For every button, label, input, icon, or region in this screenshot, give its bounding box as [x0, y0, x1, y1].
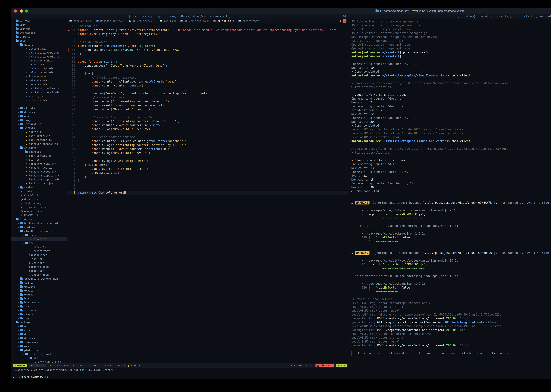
code-line[interactable]: ▎36 process.env.RIVETKIT_ENDPOINT ?? "ht… [67, 48, 348, 52]
tree-item[interactable]: ◆copy-command.jsx [11, 154, 67, 158]
tree-item[interactable]: ≡external-sql.mdx [11, 67, 67, 70]
tree-item[interactable]: ▸hono [11, 297, 67, 301]
tree-item[interactable]: ▸starter [11, 312, 67, 316]
tree-item[interactable]: •.bump [11, 189, 67, 194]
tree-item[interactable]: ▸express [11, 293, 67, 297]
tree-item[interactable]: ≡quickstart-react.mdx [11, 90, 67, 94]
tab-registry-ts[interactable]: TSregistry.ts× [236, 19, 265, 23]
tree-item[interactable]: ≡events.mdx [11, 63, 67, 67]
tree-item[interactable]: ◆registry.ts [11, 249, 67, 253]
code-line[interactable]: 33async function main() { [67, 60, 348, 64]
code-line[interactable]: 1 [67, 187, 348, 191]
tree-item[interactable]: ≡overview.mdx [11, 82, 67, 86]
tree-item[interactable]: ▾src [11, 356, 67, 360]
close-tab-icon[interactable]: × [174, 19, 176, 22]
tree-item[interactable]: ≡quickstart-backend.m [11, 86, 67, 90]
tab-driver-test-s-[interactable]: TSdriver-test-s…× [178, 19, 211, 23]
tree-item[interactable]: ≡metadata.mdx [11, 78, 67, 82]
tree-item[interactable]: ◆cta.jsx [11, 158, 67, 162]
tree-item[interactable]: ▸actor [11, 324, 67, 328]
close-tab-icon[interactable]: × [90, 19, 92, 22]
tree-item[interactable]: ▸.github [11, 27, 67, 31]
tree-item[interactable]: ◆landing-tech.jsx [11, 182, 67, 186]
code-line[interactable]: 31 [67, 68, 348, 72]
tree-item[interactable]: ≡helper-types.mdx [11, 70, 67, 75]
code-line[interactable]: 18 console.log("Incrementing counter 'de… [67, 119, 348, 123]
code-line[interactable]: 39 [67, 36, 348, 40]
tree-item[interactable]: ≡landing-snippets.mdx [11, 178, 67, 182]
code-line[interactable]: 9 [67, 155, 348, 159]
tab-driver-tests-[interactable]: driver-tests…× [127, 19, 157, 23]
code-line[interactable]: 38// Create RivetKit client [67, 40, 348, 44]
tree-item[interactable]: ≡state.mdx [11, 102, 67, 106]
tmux-window-indicator-left[interactable]: №1 [343, 15, 346, 18]
tree-item[interactable]: ≡CLAUDE.md [11, 194, 67, 197]
code-line[interactable]: 13 const counter2 = client.counter.getOr… [67, 139, 348, 143]
tree-item[interactable]: ▾snippets [11, 146, 67, 150]
code-line[interactable]: 11 const result3 = await counter2.increm… [67, 147, 348, 151]
code-line[interactable]: 7 } catch (error) { [67, 163, 348, 167]
code-line[interactable]: 28 const counter = client.counter.getOrC… [67, 80, 348, 84]
code-line[interactable]: 23 console.log("Incrementing counter 'de… [67, 99, 348, 103]
tree-item[interactable]: ≡communicating-with-a [11, 55, 67, 59]
code-line[interactable]: 20 [67, 111, 348, 115]
tree-item[interactable]: ▸better-auth-external-d [11, 221, 67, 225]
code-line[interactable]: 27 const conn = counter.connect(); [67, 84, 348, 87]
code-line[interactable]: 10 console.log("New count:", result3); [67, 151, 348, 155]
tree-item[interactable]: ◆HeroBackground.jsx [11, 162, 67, 166]
code-line[interactable]: 32 console.log("✦ Cloudflare Workers Cli… [67, 64, 348, 68]
tree-item[interactable]: {}openapi.json [11, 209, 67, 213]
tree-item[interactable]: ▾src [11, 241, 67, 245]
tab-manager-drive-[interactable]: TSmanager-drive…× [94, 19, 127, 23]
tree-item[interactable]: ▸trpc [11, 316, 67, 320]
tree-item[interactable]: ✧favicon.svg [11, 201, 67, 205]
code-line[interactable]: 42//client.ts [67, 24, 348, 28]
tree-item[interactable]: ▸drivers [11, 110, 67, 114]
tree-item[interactable]: ▸chat-room [11, 225, 67, 229]
tree-item[interactable]: ≡scaling.mdx [11, 94, 67, 98]
tree-item[interactable]: ▾platforms [11, 348, 67, 352]
code-line[interactable]: 3} [67, 179, 348, 183]
tree-item[interactable]: ◆ahrefs.js [11, 130, 67, 134]
code-line[interactable]: 6 console.error("✖ Error:", error); [67, 167, 348, 171]
code-line[interactable]: 17 const result2 = await counter.increme… [67, 123, 348, 127]
tree-item[interactable]: ≡lifecycle.mdx [11, 75, 67, 78]
code-line[interactable]: 4 } [67, 175, 348, 179]
tree-item[interactable]: ▾scripts [11, 233, 67, 237]
tree-item[interactable]: ▸styles [11, 186, 67, 189]
code-line[interactable]: 34 [67, 56, 348, 60]
close-window-button[interactable] [14, 9, 17, 13]
code-line[interactable]: 16 console.log("New count:", result2); [67, 127, 348, 131]
tree-item[interactable]: {}wrangler.json [11, 273, 67, 277]
code-line[interactable]: 35); [67, 52, 348, 56]
tree-item[interactable]: ▸hono-react [11, 301, 67, 305]
tree-item[interactable]: {}docs.json [11, 197, 67, 201]
tree-item[interactable]: ▸clients [11, 35, 67, 39]
code-line[interactable]: 30 try { [67, 72, 348, 76]
code-line[interactable]: ●41import { createClient } from "@rivetk… [67, 28, 348, 32]
tree-item[interactable]: {}package.json [11, 253, 67, 257]
tree-item[interactable]: {}rivet.json [11, 261, 67, 265]
tree-item[interactable]: ≡connections.mdx [11, 59, 67, 63]
tree-item[interactable]: ▸drizzle [11, 285, 67, 289]
tree-item[interactable]: ◆observer-manager.js [11, 142, 67, 146]
tree-item[interactable]: ▸.git [11, 23, 67, 27]
code-line[interactable]: 43main().catch(console.error) [67, 191, 348, 195]
tree-item[interactable]: ≡schedule.mdx [11, 98, 67, 102]
tree-item[interactable]: ▸integrations [11, 122, 67, 126]
tree-item[interactable]: ▸examples [11, 150, 67, 154]
close-tab-icon[interactable]: × [154, 19, 155, 22]
close-tab-icon[interactable]: × [232, 19, 234, 22]
tree-item[interactable]: ▸counter [11, 281, 67, 285]
tree-item[interactable]: ▾scripts [11, 126, 67, 130]
tree-item[interactable]: ◆landing-snippets.jsx [11, 174, 67, 178]
tree-item[interactable]: ▸misc [11, 344, 67, 348]
tree-item[interactable]: ▾docs [11, 39, 67, 43]
tree-item[interactable]: ▸frameworks [11, 340, 67, 344]
tree-item[interactable]: {}turbo.json [11, 269, 67, 273]
code-line[interactable]: 37const client = createClient<typeof reg… [67, 44, 348, 48]
tree-item[interactable]: ≡README.md [11, 213, 67, 217]
tree-item[interactable]: ▸.cursor [11, 19, 67, 23]
code-line[interactable]: 14 // Create another counter [67, 135, 348, 139]
tree-item[interactable]: ◆landing-quotes.jsx [11, 170, 67, 174]
